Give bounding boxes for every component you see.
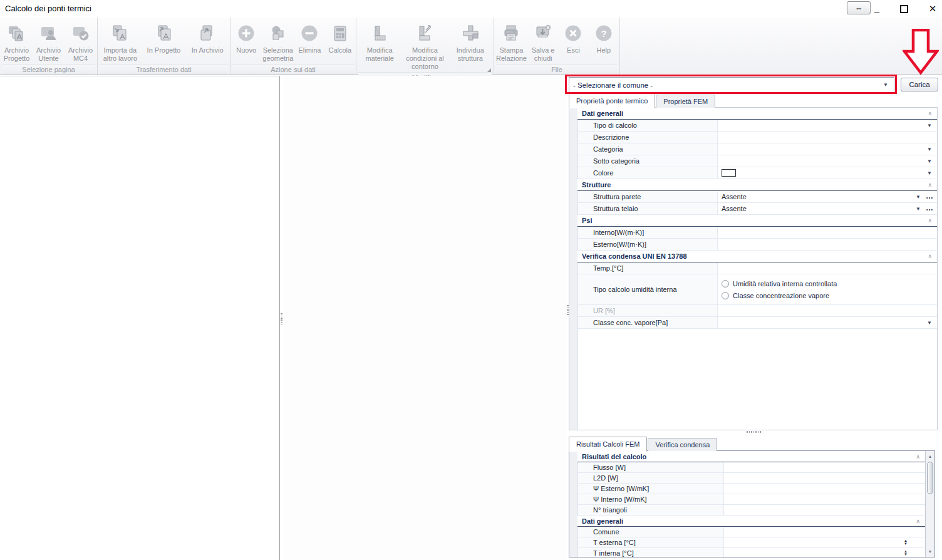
- browse-ellipsis-button[interactable]: …: [926, 192, 934, 200]
- tab-risultati-calcoli-fem[interactable]: Risultati Calcoli FEM: [569, 437, 647, 452]
- ribbon-button-archivio-utente[interactable]: Archivio Utente: [33, 20, 65, 64]
- property-row-tipo-calcolo-umidit-interna: Tipo calcolo umidità internaUmidità rela…: [577, 274, 937, 305]
- collapse-chevron-icon[interactable]: ∧: [928, 253, 937, 259]
- radio-button-icon[interactable]: [722, 280, 729, 288]
- property-value-cell[interactable]: [718, 262, 937, 274]
- ribbon-button-in-progetto[interactable]: In Progetto: [142, 20, 186, 56]
- results-scrollbar[interactable]: ▲ ▼: [925, 451, 934, 557]
- scroll-down-icon[interactable]: ▼: [926, 547, 934, 556]
- ribbon-button-stampa-relazione[interactable]: Stampa Relazione: [495, 20, 528, 64]
- drawing-panel-main[interactable]: [283, 76, 567, 560]
- property-value-cell[interactable]: [724, 494, 925, 504]
- ribbon-button-nuovo[interactable]: Nuovo: [231, 20, 261, 56]
- property-value-cell[interactable]: ▼: [718, 143, 937, 155]
- section-header-psi[interactable]: Psi∧: [577, 215, 937, 227]
- ribbon-button-modifica-condizioni-al-contorno[interactable]: Modifica condizioni al contorno: [402, 20, 447, 72]
- spinner-down-icon[interactable]: ▼: [904, 542, 908, 546]
- property-value-cell[interactable]: ▲▼: [724, 537, 925, 547]
- property-value-cell[interactable]: Assente▼…: [718, 203, 937, 214]
- property-value-cell[interactable]: [718, 132, 937, 143]
- ribbon-button-help[interactable]: ?Help: [589, 20, 619, 56]
- property-row-interno-w-m-k: Interno[W/(m·K)]: [577, 227, 937, 239]
- property-value-cell[interactable]: [718, 227, 937, 238]
- tab-propriet-fem[interactable]: Proprietà FEM: [656, 95, 715, 108]
- ribbon-button-in-archivio[interactable]: In Archivio: [185, 20, 229, 56]
- radio-group: Umidità relativa interna controllataClas…: [718, 274, 837, 304]
- spinner-down-icon[interactable]: ▼: [904, 553, 908, 556]
- numeric-spinner[interactable]: ▲▼: [904, 539, 908, 546]
- radio-option-classe-concentreazione-vapore[interactable]: Classe concentreazione vapore: [722, 292, 837, 299]
- section-header-verifica-condensa-uni-en-13788[interactable]: Verifica condensa UNI EN 13788∧: [577, 251, 937, 262]
- property-value-cell[interactable]: ▼: [718, 120, 937, 131]
- chevron-down-icon[interactable]: ▼: [927, 170, 932, 176]
- collapse-chevron-icon[interactable]: ∧: [916, 518, 925, 524]
- property-value-cell[interactable]: ▼: [718, 317, 937, 328]
- chevron-down-icon[interactable]: ▼: [927, 123, 932, 128]
- horizontal-splitter[interactable]: [747, 431, 762, 433]
- property-value-cell[interactable]: [724, 462, 925, 472]
- property-row-interno-w-mk: Ψ Interno [W/mK]: [577, 494, 925, 505]
- tab-propriet-ponte-termico[interactable]: Proprietà ponte termico: [569, 93, 655, 108]
- chevron-down-icon[interactable]: ▼: [927, 147, 932, 152]
- property-value-cell[interactable]: [724, 527, 925, 537]
- collapse-chevron-icon[interactable]: ∧: [928, 110, 937, 117]
- property-value-cell[interactable]: [718, 239, 937, 250]
- ribbon-button-seleziona-geometria[interactable]: Seleziona geometria: [261, 20, 294, 64]
- property-value-cell[interactable]: [724, 484, 925, 494]
- chevron-down-icon[interactable]: ▼: [927, 320, 932, 326]
- resize-button[interactable]: ⇔: [847, 1, 871, 14]
- scroll-up-icon[interactable]: ▲: [926, 452, 934, 461]
- scroll-thumb[interactable]: [927, 462, 933, 494]
- collapse-chevron-icon[interactable]: ∧: [928, 182, 937, 188]
- comune-combobox[interactable]: - Selezionare il comune - ▼: [569, 77, 894, 93]
- property-label: Tipo di calcolo: [577, 120, 718, 131]
- ribbon-button-individua-struttura[interactable]: Individua struttura: [448, 20, 493, 64]
- ribbon-button-calcola[interactable]: Calcola: [325, 20, 355, 56]
- ribbon-button-importa-da-altro-lavoro[interactable]: Importa da altro lavoro: [98, 20, 142, 64]
- property-value-cell[interactable]: [724, 473, 925, 483]
- section-header-dati-generali[interactable]: Dati generali∧: [577, 516, 925, 527]
- chevron-down-icon[interactable]: ▼: [916, 194, 921, 200]
- drawing-panel-left[interactable]: [0, 76, 280, 560]
- ribbon-button-esci[interactable]: Esci: [558, 20, 588, 56]
- minimize-button[interactable]: –: [871, 1, 882, 15]
- property-value-cell[interactable]: [724, 505, 925, 515]
- section-title: Psi: [577, 217, 928, 224]
- property-value-cell[interactable]: ▲▼: [724, 548, 925, 557]
- vertical-splitter[interactable]: [281, 313, 282, 324]
- property-value-cell[interactable]: Assente▼…: [718, 191, 937, 202]
- chevron-down-icon[interactable]: ▼: [883, 82, 894, 88]
- property-row-temp-c: Temp.[°C]: [577, 262, 937, 274]
- section-header-strutture[interactable]: Strutture∧: [577, 179, 937, 191]
- collapse-chevron-icon[interactable]: ∧: [916, 454, 925, 460]
- property-value-cell[interactable]: ▼: [718, 155, 937, 167]
- section-header-risultati-del-calcolo[interactable]: Risultati del calcolo∧: [577, 451, 925, 462]
- ribbon-button-salva-e-chiudi[interactable]: Salva e chiudi: [528, 20, 558, 64]
- property-row-struttura-telaio: Struttura telaioAssente▼…: [577, 203, 937, 215]
- collapse-chevron-icon[interactable]: ∧: [928, 217, 937, 224]
- radio-button-icon[interactable]: [722, 292, 729, 299]
- maximize-button[interactable]: [900, 5, 908, 13]
- carica-button[interactable]: Carica: [901, 78, 938, 91]
- application-window: Calcolo dei ponti termici ⇔–✕ Archivio P…: [0, 0, 942, 560]
- tab-verifica-condensa[interactable]: Verifica condensa: [648, 438, 717, 451]
- ribbon-button-elimina[interactable]: Elimina: [294, 20, 324, 56]
- numeric-spinner[interactable]: ▲▼: [904, 550, 908, 556]
- property-value-cell[interactable]: Umidità relativa interna controllataClas…: [718, 274, 937, 304]
- ribbon-button-archivio-mc4[interactable]: Archivio MC4: [65, 20, 96, 64]
- chevron-down-icon[interactable]: ▼: [927, 158, 932, 164]
- chevron-down-icon[interactable]: ▼: [916, 206, 921, 212]
- section-header-dati-generali[interactable]: Dati generali∧: [577, 108, 937, 120]
- property-value-cell[interactable]: ▼: [718, 167, 937, 179]
- radio-option-umidit-relativa-interna-controllata[interactable]: Umidità relativa interna controllata: [722, 280, 837, 288]
- ribbon-button-archivio-progetto[interactable]: Archivio Progetto: [1, 20, 33, 64]
- color-swatch[interactable]: [722, 169, 736, 177]
- radio-option-label: Umidità relativa interna controllata: [733, 280, 837, 288]
- close-button[interactable]: ✕: [926, 3, 939, 15]
- property-value-cell[interactable]: [718, 305, 937, 316]
- locate-structure-icon: [461, 21, 480, 45]
- ribbon-button-modifica-materiale[interactable]: Modifica materiale: [357, 20, 402, 64]
- browse-ellipsis-button[interactable]: …: [926, 204, 934, 212]
- property-label: Classe conc. vapore[Pa]: [577, 317, 718, 328]
- dialog-launcher-icon[interactable]: [487, 68, 491, 72]
